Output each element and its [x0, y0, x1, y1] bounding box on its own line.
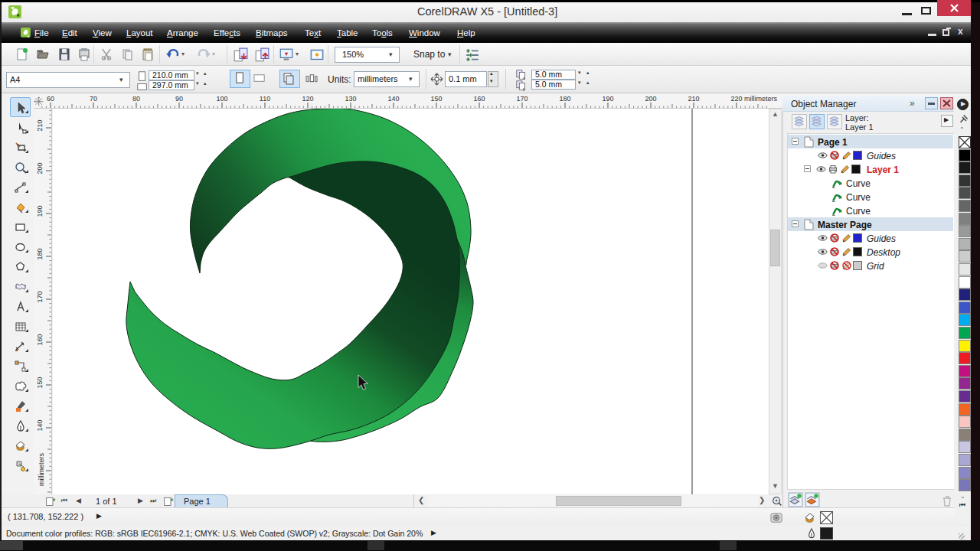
svg-text:y: y — [523, 86, 526, 91]
